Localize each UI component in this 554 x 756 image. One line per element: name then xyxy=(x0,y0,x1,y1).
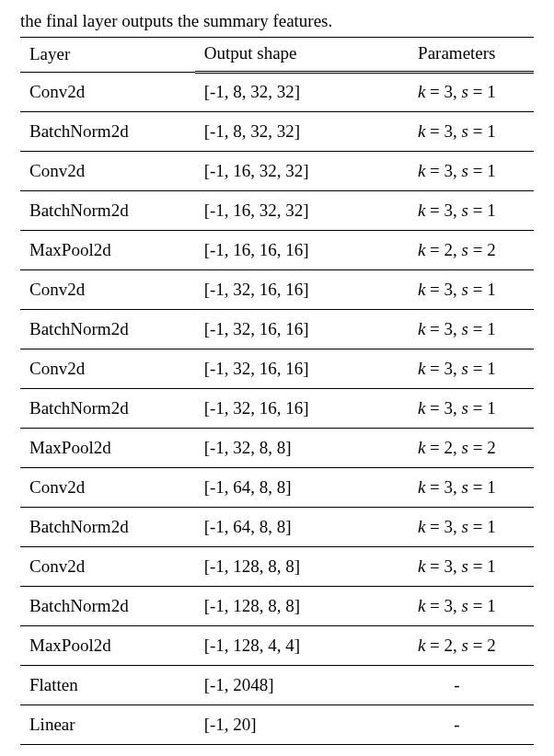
s-val: 1 xyxy=(487,517,496,536)
cell-params: k = 3, s = 1 xyxy=(380,270,534,310)
k-var: k xyxy=(418,82,425,101)
table-row: Conv2d[-1, 32, 16, 16]k = 3, s = 1 xyxy=(20,270,534,310)
cell-layer: Flatten xyxy=(20,666,195,705)
s-var: s xyxy=(462,596,468,615)
cell-shape: [-1, 8, 32, 32] xyxy=(195,112,380,152)
cell-shape: [-1, 32, 16, 16] xyxy=(195,270,380,310)
s-var: s xyxy=(462,438,468,457)
cell-shape: [-1, 32, 16, 16] xyxy=(195,310,380,349)
table-row: Conv2d[-1, 32, 16, 16]k = 3, s = 1 xyxy=(20,349,534,389)
table-row: Linear[-1, 20]- xyxy=(20,705,534,745)
s-var: s xyxy=(462,240,468,259)
k-val: 3 xyxy=(444,398,454,418)
s-var: s xyxy=(462,161,468,180)
k-val: 3 xyxy=(444,596,454,615)
s-val: 2 xyxy=(487,636,496,655)
k-val: 2 xyxy=(444,636,454,655)
cell-layer: Conv2d xyxy=(20,349,195,389)
k-val: 3 xyxy=(444,280,454,299)
k-val: 3 xyxy=(444,121,454,141)
s-val: 1 xyxy=(487,200,496,220)
cell-shape: [-1, 128, 8, 8] xyxy=(195,587,380,626)
s-var: s xyxy=(462,398,468,418)
cell-layer: BatchNorm2d xyxy=(20,587,195,626)
cell-layer: Conv2d xyxy=(20,270,195,310)
s-val: 1 xyxy=(487,477,496,497)
s-val: 1 xyxy=(487,398,496,418)
k-var: k xyxy=(418,517,425,536)
table-row: BatchNorm2d[-1, 16, 32, 32]k = 3, s = 1 xyxy=(20,191,534,231)
cell-params: k = 2, s = 2 xyxy=(380,626,534,666)
architecture-table: Layer Output shape Parameters Conv2d[-1,… xyxy=(20,37,534,745)
s-var: s xyxy=(462,517,468,536)
k-var: k xyxy=(418,596,425,615)
k-val: 3 xyxy=(444,556,454,576)
s-val: 1 xyxy=(487,121,496,141)
table-row: Conv2d[-1, 16, 32, 32]k = 3, s = 1 xyxy=(20,152,534,191)
k-val: 3 xyxy=(444,517,454,536)
cell-layer: Conv2d xyxy=(20,468,195,508)
cell-shape: [-1, 32, 16, 16] xyxy=(195,389,380,429)
k-var: k xyxy=(418,438,425,457)
header-params: Parameters xyxy=(380,38,534,73)
s-var: s xyxy=(462,82,468,101)
k-val: 3 xyxy=(444,161,454,180)
cell-params: k = 3, s = 1 xyxy=(380,468,534,508)
s-val: 2 xyxy=(487,438,496,457)
k-var: k xyxy=(418,477,425,497)
caption-fragment: the final layer outputs the summary feat… xyxy=(20,11,534,31)
k-var: k xyxy=(418,556,425,576)
k-val: 3 xyxy=(444,319,454,338)
cell-params: k = 3, s = 1 xyxy=(380,191,534,231)
table-row: BatchNorm2d[-1, 32, 16, 16]k = 3, s = 1 xyxy=(20,389,534,429)
table-row: Conv2d[-1, 64, 8, 8]k = 3, s = 1 xyxy=(20,468,534,508)
header-shape: Output shape xyxy=(195,38,380,73)
table-row: BatchNorm2d[-1, 32, 16, 16]k = 3, s = 1 xyxy=(20,310,534,349)
cell-shape: [-1, 20] xyxy=(195,705,380,745)
k-val: 3 xyxy=(444,477,454,497)
cell-layer: BatchNorm2d xyxy=(20,310,195,349)
cell-params: - xyxy=(380,705,534,745)
cell-layer: MaxPool2d xyxy=(20,626,195,666)
k-val: 2 xyxy=(444,438,454,457)
cell-params: - xyxy=(380,666,534,705)
cell-shape: [-1, 64, 8, 8] xyxy=(195,508,380,547)
s-var: s xyxy=(462,636,468,655)
k-var: k xyxy=(418,161,425,180)
k-var: k xyxy=(418,359,425,378)
cell-layer: Conv2d xyxy=(20,547,195,587)
table-row: Conv2d[-1, 128, 8, 8]k = 3, s = 1 xyxy=(20,547,534,587)
cell-layer: MaxPool2d xyxy=(20,429,195,468)
k-var: k xyxy=(418,200,425,220)
cell-shape: [-1, 32, 8, 8] xyxy=(195,429,380,468)
k-val: 3 xyxy=(444,359,454,378)
k-var: k xyxy=(418,319,425,338)
cell-params: k = 3, s = 1 xyxy=(380,547,534,587)
k-val: 2 xyxy=(444,240,454,259)
cell-shape: [-1, 64, 8, 8] xyxy=(195,468,380,508)
k-var: k xyxy=(418,121,425,141)
cell-layer: Conv2d xyxy=(20,73,195,112)
table-header-row: Layer Output shape Parameters xyxy=(20,38,534,73)
cell-shape: [-1, 128, 8, 8] xyxy=(195,547,380,587)
k-val: 3 xyxy=(444,200,454,220)
s-var: s xyxy=(462,121,468,141)
cell-layer: BatchNorm2d xyxy=(20,389,195,429)
table-body: Conv2d[-1, 8, 32, 32]k = 3, s = 1BatchNo… xyxy=(20,73,534,745)
k-var: k xyxy=(418,398,425,418)
cell-params: k = 3, s = 1 xyxy=(380,152,534,191)
table-row: MaxPool2d[-1, 128, 4, 4]k = 2, s = 2 xyxy=(20,626,534,666)
table-row: Conv2d[-1, 8, 32, 32]k = 3, s = 1 xyxy=(20,73,534,112)
cell-shape: [-1, 8, 32, 32] xyxy=(195,73,380,112)
s-val: 2 xyxy=(487,240,496,259)
cell-params: k = 3, s = 1 xyxy=(380,587,534,626)
cell-params: k = 3, s = 1 xyxy=(380,349,534,389)
k-val: 3 xyxy=(444,82,454,101)
cell-shape: [-1, 16, 16, 16] xyxy=(195,231,380,270)
cell-params: k = 2, s = 2 xyxy=(380,429,534,468)
cell-layer: BatchNorm2d xyxy=(20,112,195,152)
cell-shape: [-1, 16, 32, 32] xyxy=(195,152,380,191)
table-row: BatchNorm2d[-1, 8, 32, 32]k = 3, s = 1 xyxy=(20,112,534,152)
s-var: s xyxy=(462,477,468,497)
table-row: MaxPool2d[-1, 32, 8, 8]k = 2, s = 2 xyxy=(20,429,534,468)
